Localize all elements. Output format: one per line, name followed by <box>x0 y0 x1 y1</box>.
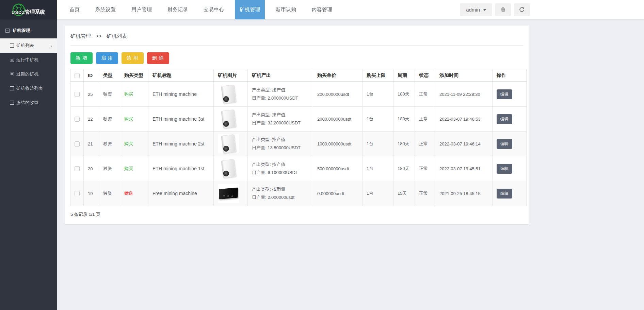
cell-output: 产出类型: 按币量 日产量: 2.000000usdt <box>248 181 313 206</box>
cell-output: 产出类型: 按产值 日产量: 13.800000USDT <box>248 132 313 156</box>
logout-button[interactable] <box>514 3 530 16</box>
cell-period: 15天 <box>393 181 415 206</box>
cell-buy-type: 购买 <box>120 132 148 156</box>
sidebar-item-label: 运行中矿机 <box>16 57 38 63</box>
list-icon <box>10 101 14 105</box>
cell-image <box>214 82 248 107</box>
daily-output: 日产量: 32.200000USDT <box>252 119 309 127</box>
cell-limit: 1台 <box>363 107 393 132</box>
content-card: 矿机管理 >> 矿机列表 新 增启 用禁 用删 除 ID类型购买类型矿机标题矿机… <box>65 25 529 224</box>
cell-limit: 1台 <box>363 181 393 206</box>
cell-checkbox <box>71 107 84 132</box>
cell-price: 500.000000usdt <box>313 156 363 181</box>
table-header-row: ID类型购买类型矿机标题矿机图片矿机产出购买单价购买上限周期状态添加时间操作 <box>71 69 527 82</box>
nav-item-miner-management[interactable]: 矿机管理 <box>235 0 265 19</box>
sidebar-item-miner-income-list[interactable]: 矿机收益列表 › <box>0 81 57 96</box>
nav-item-content-management[interactable]: 内容管理 <box>307 0 337 19</box>
output-type: 产出类型: 按币量 <box>252 185 309 193</box>
cell-image <box>214 107 248 132</box>
sidebar-section-label: 矿机管理 <box>13 28 30 34</box>
sidebar-item-miner-list[interactable]: 矿机列表 › <box>0 38 57 53</box>
daily-output: 日产量: 2.000000USDT <box>252 94 309 102</box>
cell-type: 独资 <box>99 132 120 156</box>
cell-title: ETH mining machine 2st <box>148 132 214 156</box>
sidebar-section-header[interactable]: 矿机管理 <box>0 19 57 38</box>
cell-status: 正常 <box>415 181 435 206</box>
app-logo: USDZ 管理系统 <box>0 0 57 19</box>
sidebar-item-running-miners[interactable]: 运行中矿机 › <box>0 53 57 67</box>
cell-image <box>214 181 248 206</box>
disable-button[interactable]: 禁 用 <box>122 52 144 64</box>
trash-button[interactable] <box>495 3 511 16</box>
column-header: 购买单价 <box>313 69 363 82</box>
row-checkbox[interactable] <box>75 92 80 97</box>
column-header: 矿机产出 <box>248 69 313 82</box>
cell-title: ETH mining machine 3st <box>148 107 214 132</box>
sidebar-menu: 矿机列表 › 运行中矿机 › 过期的矿机 › 矿机收益列表 › 冻结的收益 › <box>0 38 57 110</box>
column-header: 矿机图片 <box>214 69 248 82</box>
output-type: 产出类型: 按产值 <box>252 136 309 144</box>
logo-text: USDZ <box>12 10 25 15</box>
cell-status: 正常 <box>415 156 435 181</box>
user-name: admin <box>466 7 480 13</box>
daily-output: 日产量: 6.100000USDT <box>252 169 309 177</box>
add-button[interactable]: 新 增 <box>70 52 93 64</box>
cell-type: 独资 <box>99 107 120 132</box>
cell-image <box>214 132 248 156</box>
table-row: 25 独资 购买 ETH mining machine 产出类型: 按产值 日产… <box>71 82 527 107</box>
cell-id: 19 <box>84 181 99 206</box>
cell-price: 0.000000usdt <box>313 181 363 206</box>
table-row: 21 独资 购买 ETH mining machine 2st 产出类型: 按产… <box>71 132 527 156</box>
nav-item-new-coin-subscription[interactable]: 新币认购 <box>271 0 301 19</box>
output-type: 产出类型: 按产值 <box>252 160 309 169</box>
nav-item-user-management[interactable]: 用户管理 <box>127 0 157 19</box>
nav-item-trade-center[interactable]: 交易中心 <box>199 0 229 19</box>
cell-title: ETH mining machine 1st <box>148 156 214 181</box>
cell-checkbox <box>71 82 84 107</box>
cell-actions: 编辑 <box>493 132 527 156</box>
nav-item-system-settings[interactable]: 系统设置 <box>91 0 120 19</box>
row-checkbox[interactable] <box>75 117 80 122</box>
list-icon <box>10 58 14 62</box>
cell-buy-type: 购买 <box>120 156 148 181</box>
breadcrumb-current: 矿机列表 <box>107 33 127 39</box>
edit-button[interactable]: 编辑 <box>497 189 512 199</box>
edit-button[interactable]: 编辑 <box>497 89 512 99</box>
row-checkbox[interactable] <box>75 141 80 147</box>
trash-icon <box>500 7 506 13</box>
row-checkbox[interactable] <box>75 191 80 196</box>
enable-button[interactable]: 启 用 <box>96 52 118 64</box>
cell-output: 产出类型: 按产值 日产量: 6.100000USDT <box>248 156 313 181</box>
cell-status: 正常 <box>415 107 435 132</box>
caret-down-icon <box>483 9 486 11</box>
output-type: 产出类型: 按产值 <box>252 111 309 119</box>
sidebar-item-expired-miners[interactable]: 过期的矿机 › <box>0 67 57 81</box>
cell-actions: 编辑 <box>493 156 527 181</box>
nav-item-home[interactable]: 首页 <box>65 0 84 19</box>
sidebar-item-frozen-income[interactable]: 冻结的收益 › <box>0 96 57 110</box>
output-type: 产出类型: 按产值 <box>252 86 309 94</box>
cell-buy-type: 购买 <box>120 107 148 132</box>
user-menu-button[interactable]: admin <box>460 3 492 16</box>
miner-image <box>221 159 236 178</box>
sidebar-item-label: 矿机列表 <box>16 42 34 49</box>
sidebar-item-label: 过期的矿机 <box>16 71 38 77</box>
cell-type: 独资 <box>99 82 120 107</box>
delete-button[interactable]: 删 除 <box>147 52 169 64</box>
breadcrumb-parent: 矿机管理 <box>70 33 91 39</box>
cell-actions: 编辑 <box>493 82 527 107</box>
select-all-checkbox[interactable] <box>75 73 80 78</box>
edit-button[interactable]: 编辑 <box>497 139 512 149</box>
miner-table: ID类型购买类型矿机标题矿机图片矿机产出购买单价购买上限周期状态添加时间操作 2… <box>70 69 527 206</box>
edit-button[interactable]: 编辑 <box>497 164 512 174</box>
column-header: 操作 <box>493 69 527 82</box>
miner-image <box>221 85 236 104</box>
daily-output: 日产量: 13.800000USDT <box>252 144 309 152</box>
column-header: 购买上限 <box>363 69 393 82</box>
edit-button[interactable]: 编辑 <box>497 114 512 124</box>
cell-checkbox <box>71 156 84 181</box>
row-checkbox[interactable] <box>75 166 80 171</box>
list-icon <box>10 44 14 48</box>
list-icon <box>10 86 14 90</box>
nav-item-finance-records[interactable]: 财务记录 <box>163 0 193 19</box>
